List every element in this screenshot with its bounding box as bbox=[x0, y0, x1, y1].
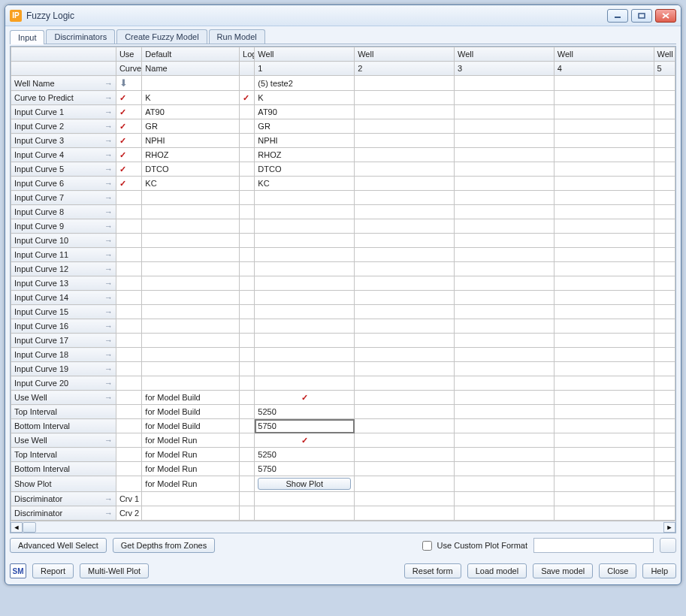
scroll-right-button[interactable]: ► bbox=[663, 522, 675, 533]
well-cell[interactable] bbox=[454, 91, 554, 105]
well-cell[interactable] bbox=[255, 506, 355, 521]
well-cell[interactable] bbox=[454, 492, 554, 506]
row-label[interactable]: Input Curve 12→ bbox=[11, 262, 116, 276]
header-well-4[interactable]: Well bbox=[554, 47, 654, 62]
well-cell[interactable] bbox=[454, 291, 554, 305]
default-cell[interactable] bbox=[142, 362, 240, 376]
well-cell[interactable] bbox=[454, 305, 554, 319]
row-label[interactable]: Input Curve 8→ bbox=[11, 205, 116, 219]
default-cell[interactable]: for Model Run bbox=[142, 462, 240, 476]
well-cell[interactable] bbox=[654, 348, 675, 362]
well-cell[interactable] bbox=[554, 148, 654, 162]
well-cell[interactable] bbox=[255, 291, 355, 305]
row-label[interactable]: Input Curve 9→ bbox=[11, 219, 116, 234]
well-cell[interactable]: ✓ bbox=[255, 391, 355, 405]
well-cell[interactable] bbox=[454, 148, 554, 162]
scroll-left-button[interactable]: ◄ bbox=[11, 522, 23, 533]
well-cell[interactable] bbox=[454, 405, 554, 419]
use-cell[interactable] bbox=[116, 319, 141, 334]
use-cell[interactable] bbox=[116, 334, 141, 348]
well-cell[interactable] bbox=[554, 462, 654, 476]
log-cell[interactable] bbox=[240, 105, 255, 119]
well-cell[interactable] bbox=[454, 177, 554, 191]
default-cell[interactable]: K bbox=[142, 91, 240, 105]
log-cell[interactable] bbox=[240, 348, 255, 362]
well-cell[interactable] bbox=[554, 276, 654, 291]
well-cell[interactable] bbox=[355, 448, 455, 462]
use-cell[interactable] bbox=[116, 291, 141, 305]
use-cell[interactable] bbox=[116, 476, 141, 492]
well-cell[interactable] bbox=[554, 262, 654, 276]
log-cell[interactable] bbox=[240, 76, 255, 91]
log-cell[interactable] bbox=[240, 162, 255, 177]
well-cell[interactable] bbox=[654, 476, 675, 492]
well-cell[interactable] bbox=[454, 119, 554, 134]
well-cell[interactable]: RHOZ bbox=[255, 148, 355, 162]
row-label[interactable]: Input Curve 15→ bbox=[11, 305, 116, 319]
use-cell[interactable] bbox=[116, 391, 141, 405]
row-label[interactable]: Discriminator→ bbox=[11, 506, 116, 521]
default-cell[interactable]: for Model Run bbox=[142, 448, 240, 462]
well-cell[interactable]: Show Plot bbox=[255, 476, 355, 492]
log-cell[interactable] bbox=[240, 376, 255, 391]
well-cell[interactable] bbox=[554, 305, 654, 319]
use-cell[interactable] bbox=[116, 405, 141, 419]
well-cell[interactable] bbox=[355, 248, 455, 262]
well-cell[interactable] bbox=[654, 334, 675, 348]
log-cell[interactable] bbox=[240, 148, 255, 162]
well-cell[interactable] bbox=[554, 448, 654, 462]
use-cell[interactable] bbox=[116, 248, 141, 262]
default-cell[interactable]: for Model Run bbox=[142, 433, 240, 448]
row-label[interactable]: Bottom Interval bbox=[11, 419, 116, 433]
log-cell[interactable] bbox=[240, 433, 255, 448]
header-well-2[interactable]: Well bbox=[355, 47, 455, 62]
header-default[interactable]: Default bbox=[142, 47, 240, 62]
well-cell[interactable] bbox=[355, 419, 455, 433]
row-label[interactable]: Input Curve 19→ bbox=[11, 362, 116, 376]
well-cell[interactable] bbox=[654, 105, 675, 119]
header-well-1[interactable]: Well bbox=[255, 47, 355, 62]
well-cell[interactable] bbox=[654, 462, 675, 476]
use-cell[interactable]: ✓ bbox=[116, 177, 141, 191]
header2-well-5[interactable]: 5 bbox=[654, 62, 675, 76]
default-cell[interactable] bbox=[142, 191, 240, 205]
well-cell[interactable] bbox=[454, 234, 554, 248]
well-cell[interactable] bbox=[255, 219, 355, 234]
use-cell[interactable]: ⬇ bbox=[116, 76, 141, 91]
save-model-button[interactable]: Save model bbox=[533, 563, 593, 578]
tab-run-model[interactable]: Run Model bbox=[209, 29, 265, 44]
well-cell[interactable] bbox=[654, 419, 675, 433]
row-label[interactable]: Input Curve 7→ bbox=[11, 191, 116, 205]
default-cell[interactable]: GR bbox=[142, 119, 240, 134]
log-cell[interactable] bbox=[240, 448, 255, 462]
well-cell[interactable] bbox=[654, 119, 675, 134]
well-cell[interactable] bbox=[454, 134, 554, 148]
log-cell[interactable] bbox=[240, 248, 255, 262]
well-cell[interactable] bbox=[454, 391, 554, 405]
well-cell[interactable] bbox=[454, 105, 554, 119]
well-cell[interactable] bbox=[554, 162, 654, 177]
well-cell[interactable] bbox=[554, 362, 654, 376]
well-cell[interactable] bbox=[355, 405, 455, 419]
row-label[interactable]: Input Curve 1→ bbox=[11, 105, 116, 119]
default-cell[interactable]: for Model Build bbox=[142, 405, 240, 419]
well-cell[interactable] bbox=[255, 234, 355, 248]
default-cell[interactable] bbox=[142, 205, 240, 219]
well-cell[interactable] bbox=[255, 362, 355, 376]
well-cell[interactable] bbox=[454, 348, 554, 362]
custom-plot-format-input[interactable] bbox=[422, 541, 432, 551]
log-cell[interactable] bbox=[240, 405, 255, 419]
default-cell[interactable]: KC bbox=[142, 177, 240, 191]
log-cell[interactable] bbox=[240, 391, 255, 405]
well-cell[interactable] bbox=[554, 433, 654, 448]
well-cell[interactable]: KC bbox=[255, 177, 355, 191]
log-cell[interactable] bbox=[240, 134, 255, 148]
row-label[interactable]: Input Curve 16→ bbox=[11, 319, 116, 334]
tab-input[interactable]: Input bbox=[10, 30, 44, 44]
header2-curve[interactable]: Curve bbox=[116, 62, 141, 76]
well-cell[interactable] bbox=[554, 419, 654, 433]
well-cell[interactable] bbox=[654, 391, 675, 405]
well-cell[interactable] bbox=[355, 276, 455, 291]
well-cell[interactable] bbox=[654, 234, 675, 248]
default-cell[interactable] bbox=[142, 76, 240, 91]
